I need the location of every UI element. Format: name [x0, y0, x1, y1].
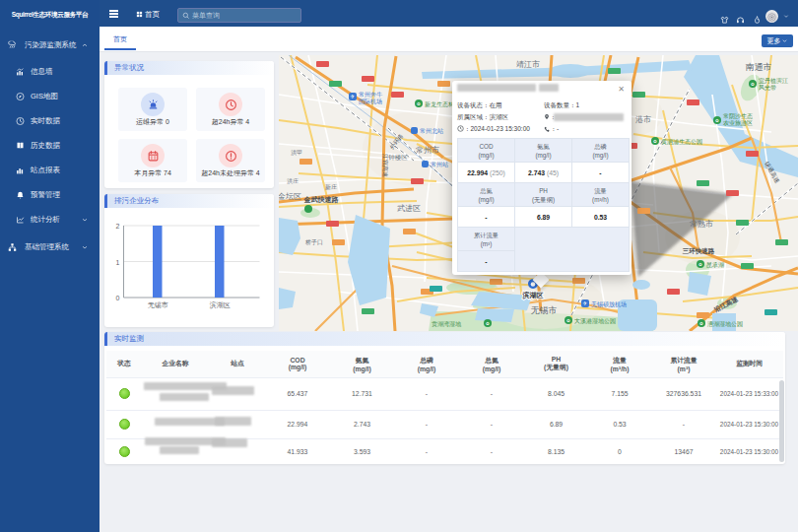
svg-text:钟楼区: 钟楼区: [387, 154, 408, 161]
svg-text:1: 1: [116, 259, 120, 266]
svg-text:无锡硕放机场: 无锡硕放机场: [591, 300, 627, 308]
svg-text:✿: ✿: [715, 118, 719, 123]
svg-text:常阴沙生态: 常阴沙生态: [723, 112, 753, 120]
svg-text:常州北站: 常州北站: [420, 127, 443, 135]
svg-text:港市: 港市: [635, 115, 651, 124]
svg-text:✿: ✿: [566, 318, 570, 323]
svg-text:✿: ✿: [751, 82, 755, 87]
svg-text:武进区: 武进区: [397, 204, 421, 213]
svg-text:新庄: 新庄: [325, 183, 337, 190]
svg-text:金坛区: 金坛区: [279, 192, 301, 201]
svg-text:常州站: 常州站: [431, 162, 448, 168]
svg-text:昆承湖: 昆承湖: [706, 262, 724, 269]
svg-text:✿: ✿: [653, 139, 657, 144]
svg-text:✈: ✈: [583, 300, 588, 306]
svg-text:✿: ✿: [699, 321, 703, 326]
svg-text:常熟市: 常熟市: [690, 220, 713, 229]
svg-text:✿: ✿: [486, 321, 490, 326]
svg-text:滨湖区: 滨湖区: [522, 291, 544, 299]
svg-text:室丹植滨江: 室丹植滨江: [759, 77, 788, 85]
svg-text:江宜高速: 江宜高速: [382, 154, 389, 177]
svg-text:✿: ✿: [698, 262, 702, 267]
svg-text:大溪港湿地公园: 大溪港湿地公园: [574, 317, 616, 325]
svg-text:洪甲: 洪甲: [291, 150, 302, 156]
svg-text:2: 2: [116, 223, 120, 230]
svg-text:✿: ✿: [417, 101, 421, 106]
svg-text:靖江市: 靖江市: [516, 60, 540, 69]
svg-text:黄泗浦生态公园: 黄泗浦生态公园: [661, 138, 702, 146]
svg-text:三环快速路: 三环快速路: [683, 247, 715, 255]
svg-text:滨湖区: 滨湖区: [210, 300, 231, 309]
svg-text:风光带: 风光带: [759, 85, 776, 92]
svg-text:金武快速路: 金武快速路: [303, 196, 340, 204]
svg-text:无锡市: 无锡市: [148, 300, 168, 309]
svg-text:常州市: 常州市: [416, 146, 439, 155]
svg-text:桥子口: 桥子口: [304, 238, 323, 246]
svg-text:贡湖湾湿地: 贡湖湾湿地: [432, 320, 462, 328]
svg-text:新龙生态林: 新龙生态林: [425, 100, 455, 107]
svg-text:洪庄: 洪庄: [287, 177, 299, 184]
svg-text:0: 0: [116, 295, 120, 301]
svg-text:农业旅游区: 农业旅游区: [723, 119, 753, 127]
svg-text:南通市: 南通市: [746, 62, 772, 72]
svg-text:漕湖湿地公园: 漕湖湿地公园: [707, 320, 743, 328]
svg-text:无锡市: 无锡市: [531, 305, 558, 315]
svg-text:✈: ✈: [351, 94, 356, 100]
svg-text:常州奔牛: 常州奔牛: [359, 92, 382, 98]
svg-text:国际机场: 国际机场: [359, 98, 382, 105]
